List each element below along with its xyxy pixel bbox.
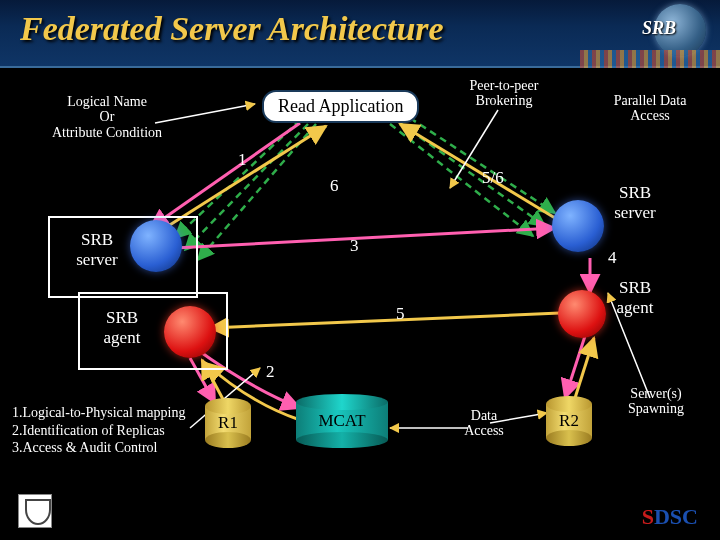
- r2-resource: R2: [546, 396, 592, 446]
- r1-resource: R1: [205, 398, 251, 448]
- svg-line-9: [400, 124, 555, 218]
- srb-agent-right-node: [558, 290, 606, 338]
- step-5: 5: [396, 304, 405, 324]
- step-2: 2: [266, 362, 275, 382]
- slide-header: Federated Server Architecture SRB: [0, 0, 720, 68]
- svg-line-4: [185, 124, 308, 250]
- svg-line-0: [410, 118, 555, 213]
- p2p-label: Peer-to-peerBrokering: [454, 78, 554, 109]
- svg-line-1: [400, 123, 545, 226]
- sdsc-logo: SDSC: [642, 504, 698, 530]
- srb-server-right-node: [552, 200, 604, 252]
- svg-line-11: [210, 313, 560, 328]
- slide-title: Federated Server Architecture: [0, 0, 720, 48]
- svg-line-7: [165, 126, 326, 228]
- step-6: 6: [330, 176, 339, 196]
- svg-line-6: [150, 123, 300, 228]
- spawning-label: Server(s)Spawning: [616, 386, 696, 417]
- srb-server-left-node: [130, 220, 182, 272]
- srb-globe-logo: SRB: [644, 4, 706, 56]
- svg-line-5: [198, 124, 316, 260]
- ucsd-logo: [18, 494, 52, 532]
- step-4: 4: [608, 248, 617, 268]
- step-5-6: 5/6: [482, 168, 504, 188]
- svg-line-8: [175, 228, 555, 248]
- srb-agent-right-label: SRBagent: [600, 278, 670, 318]
- mcat-functions-list: 1.Logical-to-Physical mapping 2.Identifi…: [12, 404, 185, 457]
- read-application-box: Read Application: [262, 90, 419, 123]
- logical-name-label: Logical Name Or Attribute Condition: [42, 94, 172, 140]
- mcat-db: MCAT: [296, 394, 388, 448]
- step-3: 3: [350, 236, 359, 256]
- step-1: 1: [238, 150, 247, 170]
- srb-agent-left-node: [164, 306, 216, 358]
- architecture-diagram: Logical Name Or Attribute Condition Read…: [0, 68, 720, 488]
- parallel-data-label: Parallel DataAccess: [600, 93, 700, 124]
- srb-server-right-label: SRBserver: [600, 183, 670, 223]
- data-access-label: DataAccess: [454, 408, 514, 439]
- svg-line-14: [565, 336, 585, 398]
- svg-line-15: [575, 338, 594, 398]
- svg-line-2: [390, 124, 533, 236]
